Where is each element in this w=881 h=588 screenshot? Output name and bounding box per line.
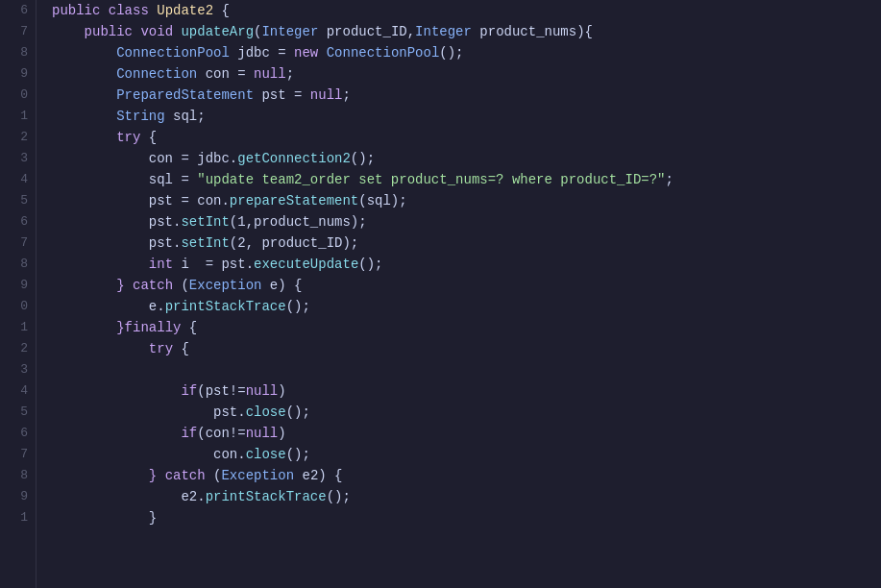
token-method: setInt bbox=[181, 235, 229, 251]
token-kw: null bbox=[246, 426, 279, 441]
code-line bbox=[52, 359, 881, 380]
token-plain: ; bbox=[666, 172, 673, 187]
code-line: if(con!=null) bbox=[52, 423, 881, 444]
token-plain: (sql); bbox=[358, 193, 406, 208]
line-number: 5 bbox=[0, 190, 28, 211]
token-method: printStackTrace bbox=[206, 489, 327, 504]
token-plain: (); bbox=[286, 447, 310, 462]
token-plain bbox=[52, 45, 116, 61]
token-plain bbox=[52, 278, 116, 293]
token-kw: void bbox=[140, 24, 181, 39]
token-plain bbox=[52, 109, 116, 124]
token-plain: pst = bbox=[254, 87, 310, 103]
token-kw: if bbox=[181, 426, 197, 441]
token-plain: (); bbox=[327, 489, 351, 504]
line-number-gutter: 6789012345678901234567891 bbox=[0, 0, 37, 588]
token-method: updateArg bbox=[181, 24, 254, 39]
token-plain bbox=[52, 257, 149, 272]
token-plain: pst. bbox=[52, 214, 181, 230]
token-plain: { bbox=[149, 130, 157, 145]
token-kw: null bbox=[310, 87, 343, 103]
token-type: ConnectionPool bbox=[116, 45, 230, 61]
line-number: 0 bbox=[0, 296, 28, 317]
token-plain bbox=[52, 66, 116, 82]
token-plain bbox=[52, 24, 85, 39]
token-plain bbox=[52, 426, 181, 441]
line-number: 4 bbox=[0, 380, 28, 402]
token-kw: int bbox=[149, 257, 173, 272]
line-number: 1 bbox=[0, 106, 28, 127]
line-number: 3 bbox=[0, 148, 28, 169]
token-method: executeUpdate bbox=[254, 257, 358, 272]
code-line: pst.close(); bbox=[52, 402, 881, 423]
code-line: } bbox=[52, 507, 881, 528]
token-plain: ; bbox=[342, 87, 350, 103]
line-number: 7 bbox=[0, 233, 28, 254]
code-line: if(pst!=null) bbox=[52, 380, 881, 402]
code-line: try { bbox=[52, 338, 881, 359]
code-line: } catch (Exception e) { bbox=[52, 275, 881, 296]
token-plain bbox=[52, 383, 181, 399]
code-line: }finally { bbox=[52, 317, 881, 338]
token-kw: } catch bbox=[116, 278, 181, 293]
token-plain bbox=[52, 130, 116, 145]
token-class-name: Update2 bbox=[157, 3, 221, 18]
line-number: 8 bbox=[0, 465, 28, 486]
token-plain: (1,product_nums); bbox=[230, 214, 367, 230]
code-line: Connection con = null; bbox=[52, 63, 881, 85]
token-plain: jdbc = bbox=[230, 45, 294, 61]
token-plain: { bbox=[181, 341, 188, 356]
token-method: prepareStatement bbox=[230, 193, 358, 208]
code-line: PreparedStatement pst = null; bbox=[52, 85, 881, 106]
code-line: } catch (Exception e2) { bbox=[52, 465, 881, 486]
code-line bbox=[52, 528, 881, 550]
token-plain: (); bbox=[439, 45, 463, 61]
token-plain: sql; bbox=[165, 109, 206, 124]
line-number: 7 bbox=[0, 444, 28, 465]
code-line: con = jdbc.getConnection2(); bbox=[52, 148, 881, 169]
code-line: try { bbox=[52, 127, 881, 148]
token-kw: new bbox=[294, 45, 327, 61]
token-type: Connection bbox=[116, 66, 197, 82]
line-number: 0 bbox=[0, 85, 28, 106]
token-method: close bbox=[246, 447, 286, 462]
token-plain: e) { bbox=[261, 278, 302, 293]
line-number: 4 bbox=[0, 169, 28, 190]
token-type: Exception bbox=[189, 278, 262, 293]
line-number: 9 bbox=[0, 63, 28, 85]
token-type: Exception bbox=[221, 468, 294, 483]
token-plain: e. bbox=[52, 299, 165, 314]
code-line: pst.setInt(1,product_nums); bbox=[52, 211, 881, 233]
token-plain: (); bbox=[286, 404, 310, 420]
token-plain: con = bbox=[197, 66, 254, 82]
token-plain: ( bbox=[181, 278, 188, 293]
token-method: setInt bbox=[181, 214, 229, 230]
token-plain: product_nums){ bbox=[472, 24, 593, 39]
code-line: e2.printStackTrace(); bbox=[52, 486, 881, 507]
token-plain: (); bbox=[358, 257, 382, 272]
token-method: getConnection2 bbox=[237, 151, 351, 166]
line-number: 7 bbox=[0, 21, 28, 42]
token-plain: { bbox=[189, 320, 197, 335]
line-number: 6 bbox=[0, 211, 28, 233]
token-plain: e2. bbox=[52, 489, 206, 504]
line-number bbox=[0, 528, 28, 550]
token-plain: (pst!= bbox=[197, 383, 245, 399]
code-line: public class Update2 { bbox=[52, 0, 881, 21]
line-number: 9 bbox=[0, 275, 28, 296]
token-plain bbox=[52, 341, 149, 356]
line-number: 3 bbox=[0, 359, 28, 380]
code-line: ConnectionPool jdbc = new ConnectionPool… bbox=[52, 42, 881, 63]
code-line: e.printStackTrace(); bbox=[52, 296, 881, 317]
code-line: con.close(); bbox=[52, 444, 881, 465]
code-line: int i = pst.executeUpdate(); bbox=[52, 254, 881, 275]
token-plain: con = jdbc. bbox=[52, 151, 237, 166]
line-number: 8 bbox=[0, 42, 28, 63]
code-content[interactable]: public class Update2 { public void updat… bbox=[37, 0, 881, 588]
token-kw: class bbox=[109, 3, 157, 18]
line-number: 9 bbox=[0, 486, 28, 507]
token-plain: (2, product_ID); bbox=[230, 235, 358, 251]
token-plain: (con!= bbox=[197, 426, 245, 441]
token-plain: ) bbox=[278, 426, 285, 441]
token-plain bbox=[52, 468, 149, 483]
